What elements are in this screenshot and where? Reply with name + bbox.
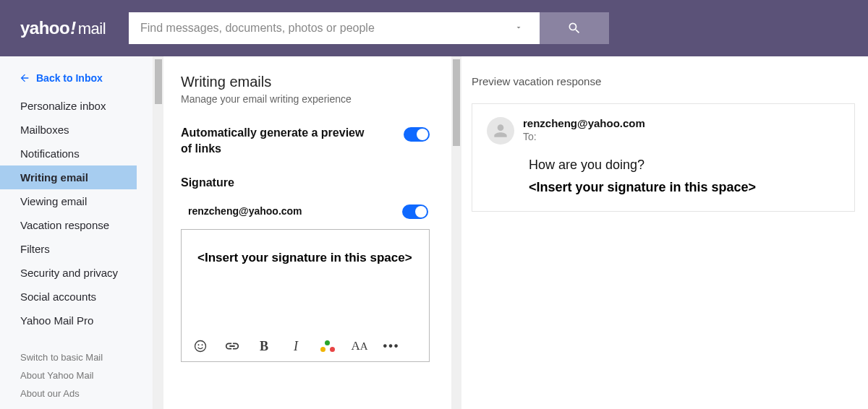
sidebar-link-about-ads[interactable]: About our Ads <box>0 384 153 402</box>
preview-signature-line: <Insert your signature in this space> <box>529 180 840 195</box>
sidebar-item-security[interactable]: Security and privacy <box>0 261 153 285</box>
setting-auto-preview-links: Automatically generate a preview of link… <box>181 125 430 156</box>
logo-exclaim: ! <box>70 18 76 38</box>
signature-heading: Signature <box>181 176 430 189</box>
signature-email: renzcheng@yahoo.com <box>182 205 302 217</box>
sidebar-item-notifications[interactable]: Notifications <box>0 142 153 165</box>
toggle-auto-preview[interactable] <box>404 127 430 142</box>
more-icon[interactable]: ••• <box>383 337 400 355</box>
search-icon <box>567 21 582 35</box>
toggle-signature[interactable] <box>402 204 428 219</box>
setting-label: Automatically generate a preview of link… <box>181 125 369 156</box>
preview-from-email: renzcheng@yahoo.com <box>523 117 645 129</box>
signature-textarea[interactable]: <Insert your signature in this space> <box>182 230 429 331</box>
emoji-icon[interactable] <box>192 337 209 355</box>
svg-point-1 <box>202 345 203 346</box>
chevron-down-icon[interactable] <box>509 22 528 34</box>
settings-title: Writing emails <box>181 74 430 90</box>
settings-subtitle: Manage your email writing experience <box>181 93 430 105</box>
sidebar-item-social[interactable]: Social accounts <box>0 285 153 309</box>
preview-title: Preview vacation response <box>472 75 855 87</box>
sidebar-items: Personalize inbox Mailboxes Notification… <box>0 92 153 332</box>
bold-icon[interactable]: B <box>255 337 273 355</box>
preview-header-row: renzcheng@yahoo.com To: <box>487 117 840 145</box>
scroll-thumb[interactable] <box>453 59 460 146</box>
scrollbar[interactable] <box>451 56 461 409</box>
app-body: Back to Inbox Personalize inbox Mailboxe… <box>0 56 868 409</box>
signature-account-row: renzcheng@yahoo.com <box>181 202 430 219</box>
scroll-thumb[interactable] <box>155 59 162 104</box>
avatar-icon <box>487 117 514 145</box>
font-size-icon[interactable]: AA <box>351 337 368 355</box>
preview-from-info: renzcheng@yahoo.com To: <box>523 117 645 145</box>
sidebar-link-basic-mail[interactable]: Switch to basic Mail <box>0 348 153 366</box>
settings-sidebar: Back to Inbox Personalize inbox Mailboxe… <box>0 56 153 409</box>
sidebar-footer-links: Switch to basic Mail About Yahoo Mail Ab… <box>0 332 153 402</box>
arrow-left-icon <box>19 72 30 84</box>
preview-panel: Preview vacation response renzcheng@yaho… <box>451 56 868 409</box>
logo-text-mail: mail <box>78 20 106 38</box>
preview-to-label: To: <box>523 131 645 142</box>
yahoo-mail-logo: yahoo!mail <box>20 18 106 38</box>
scrollbar[interactable] <box>153 56 163 409</box>
preview-body-line: How are you doing? <box>529 158 840 173</box>
sidebar-item-personalize[interactable]: Personalize inbox <box>0 94 153 118</box>
logo-text-yahoo: yahoo <box>20 18 69 38</box>
preview-card: renzcheng@yahoo.com To: How are you doin… <box>472 103 855 212</box>
sidebar-item-vacation-response[interactable]: Vacation response <box>0 213 153 237</box>
search-box[interactable] <box>129 12 540 44</box>
link-icon[interactable] <box>224 337 241 355</box>
settings-content: Writing emails Manage your email writing… <box>153 56 451 409</box>
text-color-icon[interactable] <box>319 337 336 355</box>
search-button[interactable] <box>540 12 609 44</box>
sidebar-item-writing-email[interactable]: Writing email <box>0 165 137 189</box>
signature-toolbar: B I AA ••• <box>182 331 429 361</box>
settings-panel: Writing emails Manage your email writing… <box>153 56 451 409</box>
app-header: yahoo!mail <box>0 0 868 56</box>
italic-icon[interactable]: I <box>287 337 305 355</box>
sidebar-item-mailboxes[interactable]: Mailboxes <box>0 118 153 142</box>
back-to-inbox-link[interactable]: Back to Inbox <box>0 66 153 92</box>
sidebar-link-about-mail[interactable]: About Yahoo Mail <box>0 366 153 384</box>
sidebar-item-viewing-email[interactable]: Viewing email <box>0 189 153 213</box>
search-bar <box>129 12 609 44</box>
preview-body: How are you doing? <Insert your signatur… <box>487 158 840 195</box>
svg-point-0 <box>198 345 200 346</box>
back-link-label: Back to Inbox <box>36 72 103 84</box>
search-input[interactable] <box>140 22 509 35</box>
sidebar-item-filters[interactable]: Filters <box>0 237 153 261</box>
sidebar-item-mail-pro[interactable]: Yahoo Mail Pro <box>0 309 153 332</box>
signature-editor[interactable]: <Insert your signature in this space> B … <box>181 229 430 362</box>
